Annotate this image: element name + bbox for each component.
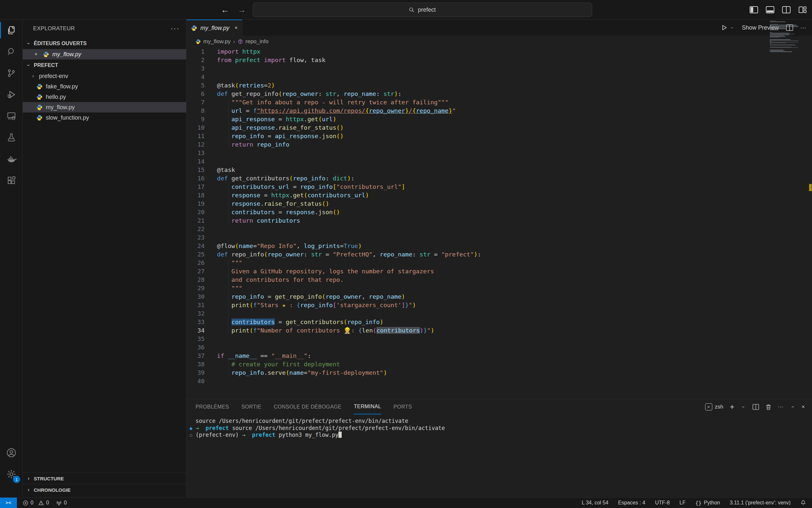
remote-indicator[interactable]: >< (0, 498, 17, 508)
code-line-31[interactable]: 31 print(f"Stars ★ : {repo_info['stargaz… (186, 301, 812, 309)
encoding-setting[interactable]: UTF-8 (655, 500, 670, 506)
code-line-1[interactable]: 1import httpx (186, 47, 812, 56)
code-line-16[interactable]: 16def get_contributors(repo_info: dict): (186, 174, 812, 183)
toggle-sidebar-icon[interactable] (750, 6, 758, 13)
maximize-panel-icon[interactable]: › (790, 404, 796, 410)
tab-close-icon[interactable]: × (235, 25, 238, 31)
trash-icon[interactable] (766, 404, 771, 410)
file-tree-item-prefect-env[interactable]: ›prefect-env (23, 71, 186, 81)
customize-layout-icon[interactable] (798, 6, 807, 13)
code-editor[interactable]: 1import httpx2from prefect import flow, … (186, 47, 812, 412)
code-line-4[interactable]: 4 (186, 73, 812, 81)
code-line-40[interactable]: 40 (186, 377, 812, 385)
terminal-output[interactable]: source /Users/henricourdent/git/prefect/… (186, 414, 812, 439)
code-line-14[interactable]: 14 (186, 157, 812, 166)
eol-setting[interactable]: LF (679, 500, 686, 506)
split-terminal-icon[interactable] (753, 404, 759, 410)
python-interpreter[interactable]: 3.11.1 ('prefect-env': venv) (730, 500, 791, 506)
terminal-instance[interactable]: > zsh (705, 404, 723, 411)
toggle-secondary-sidebar-icon[interactable] (782, 6, 791, 13)
new-terminal-button[interactable]: + (730, 403, 734, 412)
command-decoration-circle[interactable]: ○ (186, 432, 195, 439)
close-panel-icon[interactable]: × (802, 404, 805, 410)
activity-search[interactable] (0, 41, 23, 62)
notifications-bell-icon[interactable] (800, 500, 806, 506)
code-line-7[interactable]: 7 """Get info about a repo - will retry … (186, 98, 812, 107)
activity-run-debug[interactable] (0, 84, 23, 105)
panel-tab-terminal[interactable]: TERMINAL (354, 399, 381, 414)
nav-back-icon[interactable]: ← (221, 5, 229, 15)
code-line-26[interactable]: 26 """ (186, 259, 812, 267)
run-button[interactable]: › (721, 25, 735, 31)
code-line-38[interactable]: 38 # create your first deployment (186, 360, 812, 369)
code-line-22[interactable]: 22 (186, 225, 812, 234)
terminal-dropdown-icon[interactable]: › (741, 404, 747, 410)
code-line-32[interactable]: 32 (186, 309, 812, 318)
tab-my-flow[interactable]: my_flow.py × (186, 19, 242, 36)
code-line-37[interactable]: 37if __name__ == "__main__": (186, 352, 812, 360)
code-line-20[interactable]: 20 contributors = response.json() (186, 208, 812, 216)
code-line-39[interactable]: 39 repo_info.serve(name="my-first-deploy… (186, 369, 812, 377)
code-line-25[interactable]: 25def repo_info(repo_owner: str = "Prefe… (186, 250, 812, 259)
code-line-5[interactable]: 5@task(retries=2) (186, 81, 812, 90)
file-tree-item-slow_function.py[interactable]: slow_function.py (23, 113, 186, 123)
code-line-12[interactable]: 12 return repo_info (186, 140, 812, 149)
code-line-2[interactable]: 2from prefect import flow, task (186, 56, 812, 65)
code-line-19[interactable]: 19 response.raise_for_status() (186, 200, 812, 208)
code-line-24[interactable]: 24@flow(name="Repo Info", log_prints=Tru… (186, 242, 812, 250)
code-line-34[interactable]: 34 print(f"Number of contributors 👷: {le… (186, 326, 812, 335)
nav-forward-icon[interactable]: → (238, 5, 246, 15)
code-line-21[interactable]: 21 return contributors (186, 216, 812, 225)
editor-more-actions[interactable]: ··· (800, 25, 806, 31)
project-section[interactable]: › PREFECT (23, 59, 186, 71)
activity-source-control[interactable] (0, 62, 23, 84)
panel-tab-console-de-d-bogage[interactable]: CONSOLE DE DÉBOGAGE (274, 399, 342, 414)
explorer-more-actions[interactable]: ··· (171, 25, 180, 33)
panel-more-actions[interactable]: ··· (778, 404, 783, 410)
open-editor-item[interactable]: ×my_flow.py (23, 49, 186, 59)
file-tree-item-fake_flow.py[interactable]: fake_flow.py (23, 81, 186, 92)
chronology-section[interactable]: › CHRONOLOGIE (23, 484, 186, 495)
code-line-18[interactable]: 18 response = httpx.get(contributors_url… (186, 191, 812, 200)
file-tree-item-hello.py[interactable]: hello.py (23, 92, 186, 102)
code-line-36[interactable]: 36 (186, 343, 812, 352)
code-line-15[interactable]: 15@task (186, 166, 812, 174)
panel-tab-probl-mes[interactable]: PROBLÈMES (195, 399, 229, 414)
file-tree-item-my_flow.py[interactable]: my_flow.py (23, 102, 186, 113)
minimap[interactable] (770, 21, 801, 53)
language-mode[interactable]: {} Python (696, 500, 720, 506)
close-icon[interactable]: × (35, 51, 40, 57)
account-button[interactable] (0, 442, 23, 463)
run-dropdown-icon[interactable]: › (729, 25, 734, 30)
problems-status[interactable]: 0 0 (23, 500, 49, 506)
settings-button[interactable]: 1 (0, 463, 23, 485)
code-line-6[interactable]: 6def get_repo_info(repo_owner: str, repo… (186, 90, 812, 98)
code-line-23[interactable]: 23 (186, 234, 812, 242)
code-line-3[interactable]: 3 (186, 65, 812, 73)
indentation-setting[interactable]: Espaces : 4 (618, 500, 646, 506)
structure-section[interactable]: › STRUCTURE (23, 473, 186, 484)
open-editors-section[interactable]: › ÉDITEURS OUVERTS (23, 38, 186, 49)
panel-tab-ports[interactable]: PORTS (394, 399, 412, 414)
ports-status[interactable]: 0 (56, 500, 67, 506)
command-decoration-dot[interactable]: ● (186, 425, 195, 432)
code-line-30[interactable]: 30 repo_info = get_repo_info(repo_owner,… (186, 293, 812, 301)
code-line-27[interactable]: 27 Given a GitHub repository, logs the n… (186, 267, 812, 276)
code-line-10[interactable]: 10 api_response.raise_for_status() (186, 124, 812, 132)
code-line-9[interactable]: 9 api_response = httpx.get(url) (186, 115, 812, 124)
code-line-13[interactable]: 13 (186, 149, 812, 157)
toggle-panel-icon[interactable] (766, 6, 774, 13)
panel-tab-sortie[interactable]: SORTIE (241, 399, 261, 414)
activity-testing[interactable] (0, 127, 23, 148)
code-line-33[interactable]: 33 contributors = get_contributors(repo_… (186, 318, 812, 326)
command-center-search[interactable]: prefect (253, 3, 592, 17)
code-line-35[interactable]: 35 (186, 335, 812, 343)
breadcrumb-symbol[interactable]: repo_info (246, 38, 269, 45)
activity-extensions[interactable] (0, 170, 23, 191)
activity-explorer[interactable] (0, 19, 23, 41)
code-line-29[interactable]: 29 """ (186, 284, 812, 293)
cursor-position[interactable]: L 34, col 54 (582, 500, 608, 506)
code-line-28[interactable]: 28 and contributors for that repo. (186, 276, 812, 284)
code-line-8[interactable]: 8 url = f"https://api.github.com/repos/{… (186, 107, 812, 115)
breadcrumb-file[interactable]: my_flow.py (203, 38, 231, 45)
